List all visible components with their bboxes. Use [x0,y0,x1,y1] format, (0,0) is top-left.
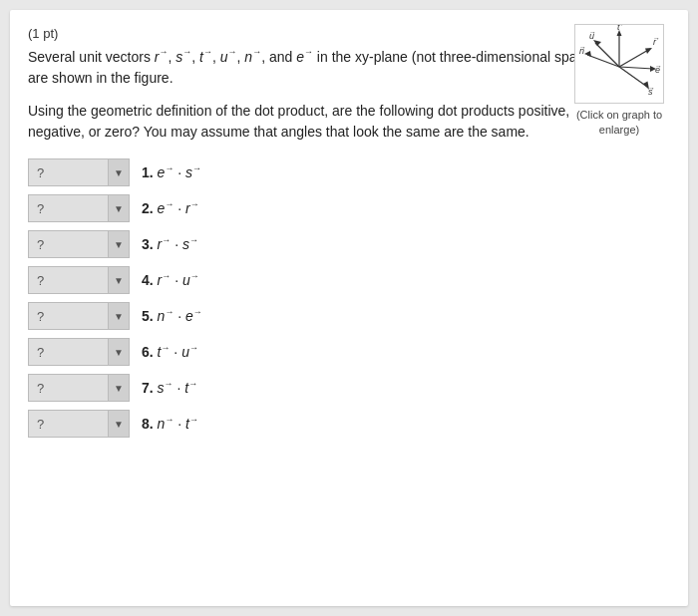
svg-marker-9 [584,51,591,57]
item-row-7: ? ▼ 7. s→ · t→ [28,374,670,402]
item-label-1: 1. e→ · s→ [142,164,261,180]
vector-graph: t r e s n u → → → → → → [575,25,663,103]
svg-line-4 [619,67,653,69]
svg-text:→: → [648,85,655,92]
dropdown-arrow-5[interactable]: ▼ [108,302,130,330]
graph-area: t r e s n u → → → → → → (Click on graph … [564,24,674,139]
dropdown-arrow-4[interactable]: ▼ [108,266,130,294]
svg-text:→: → [617,25,624,28]
item-label-8: 8. n→ · t→ [142,416,261,432]
item-row-3: ? ▼ 3. r→ · s→ [28,230,670,258]
item-row-4: ? ▼ 4. r→ · u→ [28,266,670,294]
svg-text:→: → [653,35,660,42]
dropdown-arrow-6[interactable]: ▼ [108,338,130,366]
item-row-6: ? ▼ 6. t→ · u→ [28,338,670,366]
intro-text-2: Using the geometric definition of the do… [28,101,606,143]
item-row-8: ? ▼ 8. n→ · t→ [28,410,670,438]
dropdown-8[interactable]: ? ▼ [28,410,130,438]
dropdown-value-6: ? [28,338,108,366]
graph-caption: (Click on graph to enlarge) [564,108,674,139]
dropdown-value-5: ? [28,302,108,330]
dropdown-value-2: ? [28,194,108,222]
svg-line-10 [595,43,619,67]
item-label-2: 2. e→ · r→ [142,200,261,216]
dropdown-5[interactable]: ? ▼ [28,302,130,330]
item-label-5: 5. n→ · e→ [142,308,261,324]
dropdown-arrow-1[interactable]: ▼ [108,158,130,186]
item-label-4: 4. r→ · u→ [142,272,261,288]
item-label-7: 7. s→ · t→ [142,380,261,396]
svg-line-8 [587,55,619,67]
dropdown-7[interactable]: ? ▼ [28,374,130,402]
svg-text:→: → [655,63,662,70]
dropdown-value-7: ? [28,374,108,402]
dropdown-arrow-3[interactable]: ▼ [108,230,130,258]
main-card: t r e s n u → → → → → → (Click on graph … [10,10,688,606]
dropdown-4[interactable]: ? ▼ [28,266,130,294]
graph-image[interactable]: t r e s n u → → → → → → [574,24,664,104]
items-container: ? ▼ 1. e→ · s→ ? ▼ 2. e→ · r→ ? ▼ [28,158,670,438]
item-row-1: ? ▼ 1. e→ · s→ [28,158,670,186]
dropdown-1[interactable]: ? ▼ [28,158,130,186]
intro-text-1: Several unit vectors r→, s→, t→, u→, n→,… [28,47,606,89]
dropdown-arrow-2[interactable]: ▼ [108,194,130,222]
svg-marker-11 [593,40,601,46]
dropdown-3[interactable]: ? ▼ [28,230,130,258]
item-row-5: ? ▼ 5. n→ · e→ [28,302,670,330]
dropdown-2[interactable]: ? ▼ [28,194,130,222]
item-label-3: 3. r→ · s→ [142,236,261,252]
svg-line-2 [619,49,650,67]
dropdown-arrow-7[interactable]: ▼ [108,374,130,402]
dropdown-value-8: ? [28,410,108,438]
dropdown-value-3: ? [28,230,108,258]
svg-line-6 [619,67,647,87]
dropdown-value-1: ? [28,158,108,186]
dropdown-arrow-8[interactable]: ▼ [108,410,130,438]
svg-text:→: → [589,29,596,36]
dropdown-value-4: ? [28,266,108,294]
svg-marker-3 [645,48,652,54]
item-label-6: 6. t→ · u→ [142,344,261,360]
svg-text:→: → [579,44,586,51]
dropdown-6[interactable]: ? ▼ [28,338,130,366]
item-row-2: ? ▼ 2. e→ · r→ [28,194,670,222]
